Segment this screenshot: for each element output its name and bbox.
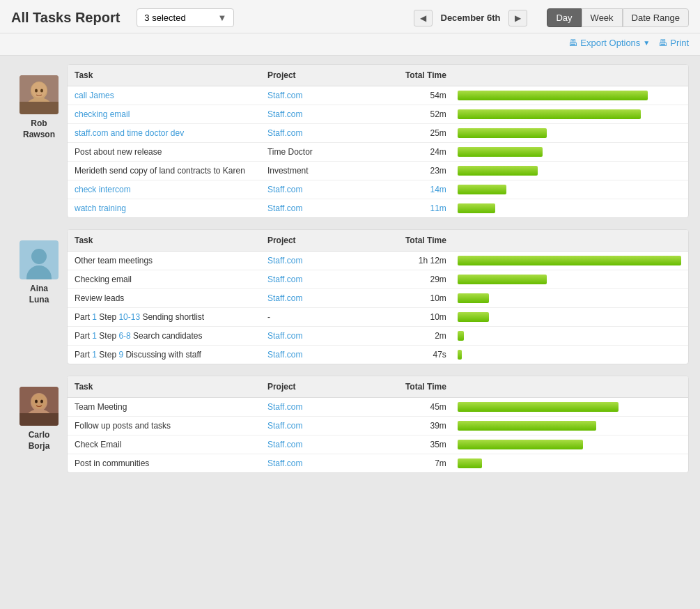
project-link[interactable]: Staff.com: [267, 185, 302, 194]
progress-bar-outer: [458, 331, 681, 341]
progress-bar-outer: [458, 293, 681, 303]
progress-bar-outer: [458, 147, 681, 157]
bar-cell: [453, 270, 688, 289]
time-cell: 10m: [387, 308, 453, 327]
project-column-header: Project: [260, 230, 387, 252]
task-part-link[interactable]: 1: [92, 331, 97, 341]
next-date-button[interactable]: ▶: [508, 10, 527, 26]
project-link[interactable]: Staff.com: [267, 458, 302, 468]
project-link[interactable]: Staff.com: [267, 203, 302, 213]
progress-bar-outer: [458, 440, 681, 449]
task-cell: checking email: [68, 105, 260, 124]
task-table-container: Task Project Total Time call JamesStaff.…: [67, 64, 689, 218]
task-part-link[interactable]: 1: [92, 312, 97, 322]
task-link[interactable]: call James: [75, 91, 114, 100]
progress-bar-inner: [458, 203, 496, 213]
task-cell: check intercom: [68, 180, 260, 199]
table-row: Other team meetingsStaff.com1h 12m: [68, 252, 688, 270]
filter-dropdown[interactable]: 3 selected ▼: [137, 8, 234, 27]
time-cell: 2m: [387, 327, 453, 346]
project-link[interactable]: Staff.com: [267, 256, 302, 265]
user-section: RobRawson Task Project Total Time call J…: [11, 64, 689, 218]
project-link[interactable]: Staff.com: [267, 275, 302, 284]
project-link[interactable]: Staff.com: [267, 331, 302, 341]
task-cell: Part 1 Step 9 Discussing with staff: [68, 346, 260, 364]
task-column-header: Task: [68, 65, 260, 86]
progress-bar-inner: [458, 440, 583, 449]
progress-bar-inner: [458, 402, 619, 412]
table-row: call JamesStaff.com54m: [68, 86, 688, 105]
task-link[interactable]: staff.com and time doctor dev: [75, 128, 184, 138]
bar-column-header: [453, 230, 688, 252]
date-range-view-button[interactable]: Date Range: [623, 8, 689, 27]
table-row: Checking emailStaff.com29m: [68, 270, 688, 289]
task-cell: Checking email: [68, 270, 260, 289]
project-link[interactable]: Staff.com: [267, 109, 302, 119]
week-view-button[interactable]: Week: [582, 8, 623, 27]
main-content: RobRawson Task Project Total Time call J…: [0, 56, 700, 493]
progress-bar-inner: [458, 458, 482, 468]
day-view-button[interactable]: Day: [547, 8, 581, 27]
progress-bar-inner: [458, 421, 596, 431]
project-cell: Staff.com: [260, 327, 387, 346]
project-cell: Staff.com: [260, 199, 387, 218]
person-head-icon: [31, 249, 47, 264]
progress-bar-outer: [458, 185, 681, 194]
project-link[interactable]: Staff.com: [267, 293, 302, 303]
progress-bar-outer: [458, 275, 681, 284]
progress-bar-inner: [458, 331, 465, 341]
table-row: Merideth send copy of land contracts to …: [68, 162, 688, 180]
task-column-header: Task: [68, 376, 260, 398]
task-link[interactable]: check intercom: [75, 185, 131, 194]
avatar: [20, 240, 59, 279]
project-link[interactable]: Staff.com: [267, 350, 302, 360]
task-cell: Part 1 Step 10-13 Sending shortlist: [68, 308, 260, 327]
export-options-button[interactable]: 🖶 Export Options ▼: [568, 38, 650, 48]
time-cell: 10m: [387, 289, 453, 308]
svg-rect-13: [20, 413, 59, 426]
task-step-link[interactable]: 6-8: [118, 331, 130, 341]
table-row: Post in communitiesStaff.com7m: [68, 454, 688, 473]
progress-bar-outer: [458, 458, 681, 468]
task-step-link[interactable]: 10-13: [118, 312, 140, 322]
progress-bar-inner: [458, 147, 543, 157]
page-header: All Tasks Report 3 selected ▼ ◀ December…: [0, 0, 700, 33]
project-link[interactable]: Staff.com: [267, 128, 302, 138]
table-row: Part 1 Step 9 Discussing with staffStaff…: [68, 346, 688, 364]
project-link[interactable]: Staff.com: [267, 91, 302, 100]
progress-bar-outer: [458, 109, 681, 119]
table-row: Review leadsStaff.com10m: [68, 289, 688, 308]
project-cell: Staff.com: [260, 435, 387, 454]
task-cell: Merideth send copy of land contracts to …: [68, 162, 260, 180]
bar-cell: [453, 105, 688, 124]
progress-bar-inner: [458, 128, 547, 138]
project-text: Investment: [267, 166, 309, 176]
project-cell: Staff.com: [260, 105, 387, 124]
project-cell: Staff.com: [260, 417, 387, 435]
time-cell: 29m: [387, 270, 453, 289]
prev-date-button[interactable]: ◀: [414, 10, 433, 26]
task-link[interactable]: checking email: [75, 109, 130, 119]
progress-bar-outer: [458, 166, 681, 176]
table-header-row: Task Project Total Time: [68, 65, 688, 86]
project-link[interactable]: Staff.com: [267, 402, 302, 412]
bar-cell: [453, 199, 688, 218]
bar-cell: [453, 180, 688, 199]
svg-point-11: [35, 400, 38, 403]
task-part-link[interactable]: 1: [92, 350, 97, 360]
task-text: Other team meetings: [75, 256, 153, 265]
table-row: Check EmailStaff.com35m: [68, 435, 688, 454]
task-text: Review leads: [75, 293, 124, 303]
task-link[interactable]: watch training: [75, 203, 126, 213]
bar-column-header: [453, 376, 688, 398]
avatar-image: [20, 387, 59, 426]
task-column-header: Task: [68, 230, 260, 252]
project-link[interactable]: Staff.com: [267, 421, 302, 431]
task-step-link[interactable]: 9: [118, 350, 123, 360]
print-button[interactable]: 🖶 Print: [658, 38, 689, 48]
project-cell: Staff.com: [260, 252, 387, 270]
project-cell: Staff.com: [260, 86, 387, 105]
avatar-placeholder: [20, 240, 59, 279]
task-text: Check Email: [75, 440, 121, 449]
project-link[interactable]: Staff.com: [267, 440, 302, 449]
